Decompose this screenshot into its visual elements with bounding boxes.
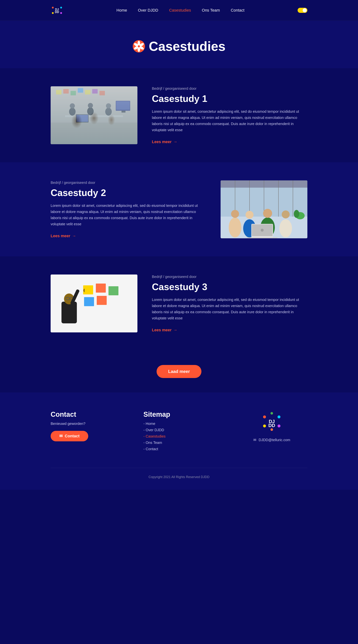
hero-section: Casestudies bbox=[0, 21, 358, 68]
footer-email: ✉ DJDD@telluric.com bbox=[253, 438, 290, 442]
casestudy-1-lees-meer[interactable]: Lees meer → bbox=[152, 140, 177, 144]
svg-point-28 bbox=[105, 108, 112, 116]
casestudy-2-image bbox=[221, 180, 307, 238]
footer-top: Contact Benieuwd geworden? ✉ Contact Sit… bbox=[51, 410, 307, 453]
footer-contact-subtitle: Benieuwd geworden? bbox=[51, 422, 122, 426]
svg-rect-60 bbox=[96, 284, 106, 292]
svg-point-2 bbox=[52, 12, 54, 14]
footer-sitemap-links: - Home - Over DJDD - Casestudies - Ons T… bbox=[143, 422, 214, 451]
svg-rect-19 bbox=[70, 91, 76, 95]
casestudy-1-text: Lorem ipsum dolor sit amet, consectetur … bbox=[152, 108, 307, 133]
casestudy-3-title: Casestudy 3 bbox=[152, 282, 307, 292]
sitemap-item-over[interactable]: - Over DJDD bbox=[143, 428, 214, 432]
casestudy-2-lees-meer[interactable]: Lees meer → bbox=[51, 234, 76, 238]
footer-contact-title: Contact bbox=[51, 410, 122, 418]
svg-rect-16 bbox=[65, 115, 123, 117]
logo[interactable]: DJ DD bbox=[51, 4, 63, 17]
svg-rect-18 bbox=[63, 89, 69, 94]
casestudy-3-image bbox=[51, 274, 137, 332]
svg-point-74 bbox=[263, 424, 266, 428]
svg-point-72 bbox=[263, 416, 266, 418]
nav-link-ons-team[interactable]: Ons Team bbox=[202, 8, 220, 12]
casestudy-2-category: Bedrijf / georganiseerd door bbox=[51, 180, 206, 185]
svg-rect-30 bbox=[116, 101, 130, 111]
nav-item-over[interactable]: Over DJDD bbox=[138, 8, 158, 13]
svg-rect-22 bbox=[92, 89, 98, 94]
svg-rect-63 bbox=[97, 296, 107, 305]
svg-point-76 bbox=[271, 412, 273, 414]
casestudy-2-text: Lorem ipsum dolor sit amet, consectetur … bbox=[51, 202, 206, 227]
nav-link-home[interactable]: Home bbox=[116, 8, 127, 12]
footer-bottom: Copyright 2021 All Rights Reserved DJDD bbox=[51, 468, 307, 479]
svg-rect-32 bbox=[121, 111, 125, 112]
svg-text:DD: DD bbox=[269, 423, 275, 428]
theme-toggle[interactable] bbox=[298, 8, 307, 13]
svg-point-46 bbox=[231, 210, 239, 218]
casestudy-3-text: Lorem ipsum dolor sit amet, consectetur … bbox=[152, 296, 307, 321]
svg-point-52 bbox=[282, 210, 290, 218]
svg-point-45 bbox=[229, 218, 241, 238]
casestudy-1-row: Bedrijf / georganiseerd door Casestudy 1… bbox=[51, 86, 307, 144]
nav-link-contact[interactable]: Contact bbox=[231, 8, 244, 12]
svg-point-51 bbox=[279, 219, 292, 238]
laad-meer-button[interactable]: Laad meer bbox=[157, 365, 201, 378]
casestudy-3-content: Bedrijf / georganiseerd door Casestudy 3… bbox=[152, 275, 307, 332]
nav-item-contact[interactable]: Contact bbox=[231, 8, 244, 13]
svg-rect-20 bbox=[78, 88, 83, 93]
footer-logo: DJ DD bbox=[261, 410, 283, 432]
casestudy-3-section: Bedrijf / georganiseerd door Casestudy 3… bbox=[0, 256, 358, 350]
svg-rect-34 bbox=[76, 115, 88, 122]
svg-point-25 bbox=[70, 103, 75, 108]
footer: Contact Benieuwd geworden? ✉ Contact Sit… bbox=[0, 392, 358, 490]
casestudy-1-title: Casestudy 1 bbox=[152, 93, 307, 104]
svg-point-48 bbox=[246, 211, 254, 219]
casestudy-2-row: Bedrijf / georganiseerd door Casestudy 2… bbox=[51, 180, 307, 238]
svg-point-24 bbox=[69, 108, 76, 116]
casestudy-2-title: Casestudy 2 bbox=[51, 187, 206, 198]
nav-item-ons-team[interactable]: Ons Team bbox=[202, 8, 220, 13]
svg-rect-15 bbox=[51, 122, 137, 144]
sitemap-item-contact[interactable]: - Contact bbox=[143, 447, 214, 451]
sitemap-item-casestudies[interactable]: - Casestudies bbox=[143, 434, 214, 438]
casestudy-2-section: Bedrijf / georganiseerd door Casestudy 2… bbox=[0, 162, 358, 256]
envelope-icon: ✉ bbox=[59, 434, 62, 438]
svg-rect-31 bbox=[116, 101, 130, 110]
casestudy-1-category: Bedrijf / georganiseerd door bbox=[152, 86, 307, 91]
nav-links: Home Over DJDD Casestudies Ons Team Cont… bbox=[116, 8, 244, 13]
arrow-icon-2: → bbox=[72, 234, 76, 238]
load-more-section: Laad meer bbox=[0, 350, 358, 392]
svg-point-26 bbox=[87, 107, 94, 115]
footer-contact: Contact Benieuwd geworden? ✉ Contact bbox=[51, 410, 122, 453]
casestudies-container: Bedrijf / georganiseerd door Casestudy 1… bbox=[0, 68, 358, 350]
footer-contact-button[interactable]: ✉ Contact bbox=[51, 431, 88, 441]
casestudy-1-content: Bedrijf / georganiseerd door Casestudy 1… bbox=[152, 86, 307, 144]
nav-item-casestudies[interactable]: Casestudies bbox=[169, 8, 191, 13]
arrow-icon-3: → bbox=[173, 328, 177, 332]
svg-point-73 bbox=[278, 416, 281, 418]
casestudy-1-section: Bedrijf / georganiseerd door Casestudy 1… bbox=[0, 68, 358, 162]
svg-rect-14 bbox=[51, 86, 137, 144]
svg-rect-17 bbox=[56, 90, 61, 94]
casestudy-3-category: Bedrijf / georganiseerd door bbox=[152, 275, 307, 279]
svg-rect-62 bbox=[84, 297, 94, 306]
hero-title: Casestudies bbox=[0, 39, 358, 54]
nav-link-over[interactable]: Over DJDD bbox=[138, 8, 158, 12]
svg-point-50 bbox=[263, 209, 272, 218]
svg-rect-61 bbox=[108, 286, 118, 295]
nav-link-casestudies[interactable]: Casestudies bbox=[169, 8, 191, 12]
svg-point-1 bbox=[60, 7, 62, 8]
svg-rect-21 bbox=[85, 90, 90, 94]
nav-item-home[interactable]: Home bbox=[116, 8, 127, 13]
svg-point-0 bbox=[52, 7, 54, 8]
svg-rect-71 bbox=[85, 286, 92, 293]
navbar: DJ DD Home Over DJDD Casestudies Ons Tea… bbox=[0, 0, 358, 21]
svg-point-29 bbox=[106, 103, 111, 108]
svg-text:DD: DD bbox=[55, 10, 59, 14]
sitemap-item-ons-team[interactable]: - Ons Team bbox=[143, 440, 214, 445]
casestudy-3-lees-meer[interactable]: Lees meer → bbox=[152, 328, 177, 332]
sitemap-item-home[interactable]: - Home bbox=[143, 422, 214, 426]
arrow-icon: → bbox=[173, 140, 177, 144]
svg-point-75 bbox=[278, 424, 281, 428]
svg-point-44 bbox=[294, 210, 299, 218]
svg-point-56 bbox=[261, 229, 264, 232]
